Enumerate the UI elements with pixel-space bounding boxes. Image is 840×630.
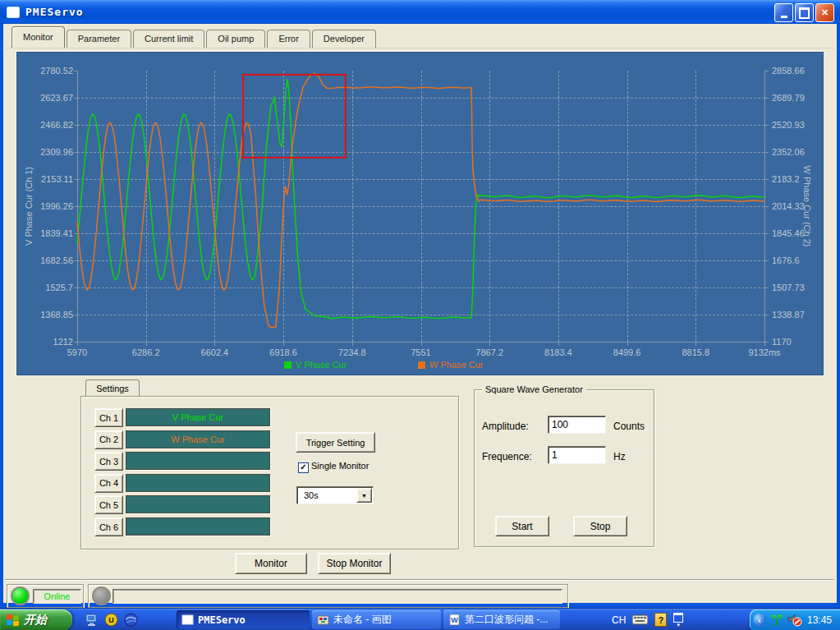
x-tick-label: 5970 [53,347,102,357]
y-right-tick-label: 2689.79 [772,93,805,103]
taskbar-clock[interactable]: 13:45 [807,614,832,626]
tick-right [765,152,769,153]
y-right-tick-label: 1170 [772,337,792,347]
tick-right [765,179,769,180]
hide-tray-icons-button[interactable]: ‹ [753,614,766,627]
y-right-tick-label: 2014.33 [772,201,805,211]
amplitude-input[interactable] [548,416,606,434]
tick-right [765,125,769,126]
y-right-tick-label: 2352.06 [772,147,805,157]
tick-right [765,233,769,234]
monitor-button[interactable]: Monitor [235,553,307,574]
frequence-unit: Hz [613,451,626,462]
main-tab-strip: MonitorParameterCurrent limitOil pumpErr… [11,27,378,48]
message-led-icon [92,586,111,605]
trigger-setting-button[interactable]: Trigger Setting [296,432,375,453]
tab-current-limit[interactable]: Current limit [133,30,204,48]
y-left-tick-label: 1368.85 [19,310,73,320]
channel-field-3 [126,452,270,470]
title-bar[interactable]: PMEServo ✕ [0,0,840,24]
app-window-icon [7,7,20,18]
window-border-right [837,0,840,608]
online-status: Online [33,589,81,604]
tab-settings[interactable]: Settings [85,379,140,398]
help-tray-icon[interactable]: ? [654,613,667,627]
muted-volume-icon[interactable] [787,614,802,627]
duration-select[interactable]: 30s ▼ [296,486,374,504]
y-left-tick-label: 1682.56 [19,255,73,265]
taskbar-item-3[interactable]: W第二口波形问题 -... [443,610,560,629]
single-monitor-checkbox[interactable]: ✓ [298,462,309,473]
x-tick-label: 6602.4 [190,347,239,357]
zoom-annotation-rect [243,75,346,158]
y-right-tick-label: 1507.73 [772,283,805,292]
channel-button-4[interactable]: Ch 4 [94,474,123,493]
frequence-input[interactable] [548,446,606,464]
gold-u-icon[interactable]: U [104,613,118,627]
oscilloscope-chart: 2780.522858.6659702623.672689.796286.224… [16,52,824,375]
tick-right [765,315,769,315]
tab-parameter[interactable]: Parameter [67,30,131,48]
wireless-signal-icon[interactable] [769,614,784,627]
tick-right [765,98,769,99]
x-tick-label: 6286.2 [122,347,171,357]
stop-monitor-button[interactable]: Stop Monitor [318,553,391,574]
duration-value: 30s [297,490,356,500]
tick-bottom [421,342,422,346]
maximize-button[interactable] [795,3,814,22]
blue-globe-icon[interactable] [124,613,138,627]
taskbar: 开始 U PMEServo未命名 - 画图W第二口波形问题 -... CH ? … [0,608,840,630]
tick-bottom [489,342,490,346]
language-indicator[interactable]: CH [612,614,626,626]
tab-monitor[interactable]: Monitor [11,26,65,48]
start-button[interactable]: Start [495,516,549,536]
legend-label: W Phase Cur [429,360,483,370]
channel-button-6[interactable]: Ch 6 [94,517,123,536]
y-left-tick-label: 2780.52 [19,66,73,76]
tick-right [765,287,769,288]
y-left-axis-title: V Phase Cur (Ch 1) [24,167,34,246]
quick-launch-area: U [79,613,138,627]
chevron-down-icon: ▼ [361,493,367,499]
start-button-taskbar[interactable]: 开始 [0,609,72,630]
y-left-tick-label: 1212 [19,337,73,347]
channel-button-2[interactable]: Ch 2 [94,430,123,449]
computer-icon[interactable] [85,613,99,627]
series-v-phase-cur [77,79,764,319]
y-right-tick-label: 1338.87 [772,310,805,320]
language-bar: CH ? ▼ [612,610,683,629]
minimize-button[interactable] [774,3,793,22]
taskbar-item-2[interactable]: 未命名 - 画图 [312,610,441,629]
channel-button-5[interactable]: Ch 5 [94,495,123,514]
channel-field-5 [126,495,270,513]
taskbar-item-1[interactable]: PMEServo [177,610,310,629]
channel-field-2: W Phase Cur [126,430,270,448]
tick-bottom [695,342,696,346]
tick-bottom [214,342,215,346]
x-tick-label: 8815.8 [671,347,720,357]
dropdown-arrow-button[interactable]: ▼ [356,488,372,503]
channel-field-6 [126,517,270,536]
x-tick-label: 9132ms [740,347,789,357]
toolbar-options[interactable]: ▼ [673,613,683,627]
channel-button-3[interactable]: Ch 3 [94,452,123,471]
maximize-icon [799,7,810,19]
tab-oil-pump[interactable]: Oil pump [206,30,265,48]
channel-button-1[interactable]: Ch 1 [94,408,123,427]
keyboard-icon[interactable] [632,614,648,625]
x-tick-label: 8183.4 [534,347,583,357]
y-left-tick-label: 2466.82 [19,120,73,130]
legend-label: V Phase Cur [296,360,347,370]
x-tick-label: 6918.6 [259,347,308,357]
system-tray: ‹ 13:45 [750,609,840,630]
tab-error[interactable]: Error [267,30,310,48]
online-led-icon [11,586,30,605]
amplitude-label: Amplitude: [482,421,529,432]
close-button[interactable]: ✕ [815,3,834,22]
window-border-left [0,0,3,608]
stop-button[interactable]: Stop [573,516,627,536]
square-wave-title: Square Wave Generator [482,384,586,394]
waveform-svg [77,71,764,342]
tab-developer[interactable]: Developer [312,30,376,48]
single-monitor-label: Single Monitor [311,461,369,471]
